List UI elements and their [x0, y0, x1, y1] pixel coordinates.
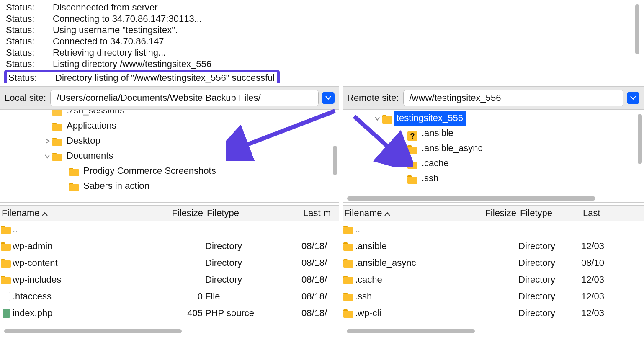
- local-path-dropdown[interactable]: [322, 92, 335, 104]
- disclosure-icon[interactable]: [42, 133, 52, 148]
- file-row[interactable]: wp-contentDirectory08/18/: [0, 255, 339, 271]
- tree-item[interactable]: .cache: [343, 156, 644, 171]
- remote-file-list[interactable]: Filename Filesize Filetype Last ...ansib…: [343, 205, 644, 336]
- col-modified[interactable]: Last m: [301, 206, 339, 221]
- file-row[interactable]: wp-includesDirectory08/18/: [0, 271, 339, 288]
- col-filesize[interactable]: Filesize: [142, 206, 205, 221]
- file-row[interactable]: .sshDirectory12/03: [343, 288, 644, 305]
- log-pane[interactable]: Status:Disconnected from serverStatus:Co…: [2, 0, 642, 83]
- file-modified: 12/03: [581, 274, 644, 285]
- file-row[interactable]: index.php405PHP source08/18/: [0, 305, 339, 322]
- folder-icon: [343, 292, 354, 301]
- col-filetype[interactable]: Filetype: [518, 206, 581, 221]
- file-row[interactable]: ..: [343, 221, 644, 238]
- col-filename[interactable]: Filename: [343, 206, 468, 221]
- tree-item-label: .ssh: [419, 171, 438, 186]
- tree-item-label: testingsitex_556: [394, 111, 466, 126]
- sort-asc-icon: [384, 208, 390, 219]
- file-row[interactable]: ..: [0, 221, 339, 238]
- file-type: Directory: [518, 274, 581, 285]
- col-filesize[interactable]: Filesize: [468, 206, 518, 221]
- folder-icon: [382, 114, 393, 124]
- remote-path-dropdown[interactable]: [627, 92, 639, 104]
- col-filename[interactable]: Filename: [0, 206, 142, 221]
- file-modified: 08/18/: [301, 308, 339, 319]
- tree-item[interactable]: Desktop: [0, 133, 339, 148]
- file-name: .wp-cli: [355, 308, 381, 319]
- file-row[interactable]: .wp-cliDirectory12/03: [343, 305, 644, 322]
- tree-item[interactable]: Applications: [0, 118, 339, 133]
- tree-item-label: .ansible_async: [419, 141, 483, 156]
- tree-item[interactable]: Sabers in action: [0, 178, 339, 193]
- file-row[interactable]: .htaccess0File08/18/: [0, 288, 339, 305]
- tree-item[interactable]: .ansible_async: [343, 141, 644, 156]
- file-modified: 08/18/: [301, 257, 339, 268]
- log-scrollbar[interactable]: [635, 4, 639, 80]
- remote-path-input[interactable]: /www/testingsitex_556: [403, 90, 624, 106]
- tree-item-label: Documents: [64, 148, 113, 163]
- local-tree-pane[interactable]: .zsh_sessionsApplicationsDesktopDocument…: [0, 110, 339, 203]
- remote-tree-scrollbar-h[interactable]: [347, 196, 636, 201]
- remote-site-label: Remote site:: [347, 93, 403, 103]
- file-name: ..: [355, 224, 360, 235]
- local-file-list[interactable]: Filename Filesize Filetype Last m ..wp-a…: [0, 205, 339, 336]
- tree-item[interactable]: Prodigy Commerce Screenshots: [0, 163, 339, 178]
- file-name: .ansible: [355, 241, 387, 252]
- log-line: Status:Listing directory /www/testingsit…: [6, 58, 638, 70]
- col-modified[interactable]: Last: [581, 206, 644, 221]
- remote-path-text: /www/testingsitex_556: [410, 93, 501, 103]
- file-type: Directory: [518, 257, 581, 268]
- local-path-input[interactable]: /Users/cornelia/Documents/Website Backup…: [50, 90, 319, 106]
- tree-item-label: Sabers in action: [81, 178, 149, 193]
- chevron-down-icon: [630, 96, 636, 100]
- file-modified: 08/18/: [301, 274, 339, 285]
- file-name: wp-content: [13, 257, 58, 268]
- folder-icon: [1, 258, 12, 268]
- disclosure-icon[interactable]: [42, 148, 52, 163]
- folder-icon: [343, 309, 354, 318]
- local-site-bar: Local site: /Users/cornelia/Documents/We…: [0, 86, 339, 110]
- sort-asc-icon: [42, 208, 48, 219]
- file-type: Directory: [205, 241, 301, 252]
- folder-icon: [407, 144, 418, 154]
- col-filetype[interactable]: Filetype: [205, 206, 301, 221]
- remote-tree-pane[interactable]: testingsitex_556?.ansible.ansible_async.…: [343, 110, 644, 203]
- file-row[interactable]: wp-adminDirectory08/18/: [0, 238, 339, 255]
- local-path-text: /Users/cornelia/Documents/Website Backup…: [57, 93, 260, 103]
- remote-tree-scrollbar-v[interactable]: [638, 114, 642, 197]
- folder-icon: [69, 182, 80, 191]
- folder-icon: [343, 275, 354, 284]
- local-file-header: Filename Filesize Filetype Last m: [0, 205, 339, 221]
- folder-icon: [407, 175, 418, 184]
- tree-item[interactable]: .ssh: [343, 171, 644, 186]
- file-type: Directory: [518, 241, 581, 252]
- folder-icon: [52, 122, 63, 131]
- local-tree-scrollbar-v[interactable]: [333, 114, 337, 197]
- remote-site-bar: Remote site: /www/testingsitex_556: [343, 86, 644, 110]
- folder-icon: [407, 160, 418, 169]
- remote-file-scrollbar-h[interactable]: [347, 329, 638, 333]
- tree-item-label: Prodigy Commerce Screenshots: [81, 163, 216, 178]
- tree-item-label: .cache: [419, 156, 449, 171]
- tree-item-label: Applications: [64, 118, 116, 133]
- tree-item[interactable]: Documents: [0, 148, 339, 163]
- remote-file-header: Filename Filesize Filetype Last: [343, 205, 644, 221]
- tree-item[interactable]: .zsh_sessions: [0, 110, 339, 118]
- log-line: Status:Directory listing of "/www/testin…: [6, 70, 638, 83]
- disclosure-icon[interactable]: [372, 111, 382, 126]
- tree-item[interactable]: testingsitex_556: [343, 111, 644, 126]
- log-line: Status:Connected to 34.70.86.147: [6, 36, 638, 47]
- tree-item-label: Desktop: [64, 133, 100, 148]
- tree-item[interactable]: ?.ansible: [343, 126, 644, 141]
- file-name: ..: [13, 224, 18, 235]
- file-row[interactable]: .ansible_asyncDirectory08/10: [343, 255, 644, 271]
- log-line: Status:Retrieving directory listing...: [6, 47, 638, 58]
- folder-icon: [69, 167, 80, 176]
- file-row[interactable]: .ansibleDirectory12/03: [343, 238, 644, 255]
- file-row[interactable]: .cacheDirectory12/03: [343, 271, 644, 288]
- local-file-scrollbar-h[interactable]: [4, 329, 333, 333]
- tree-item-label: .zsh_sessions: [64, 110, 124, 118]
- unknown-icon: ?: [407, 131, 417, 141]
- file-type: Directory: [205, 257, 301, 268]
- log-line: Status:Using username "testingsitex".: [6, 24, 638, 36]
